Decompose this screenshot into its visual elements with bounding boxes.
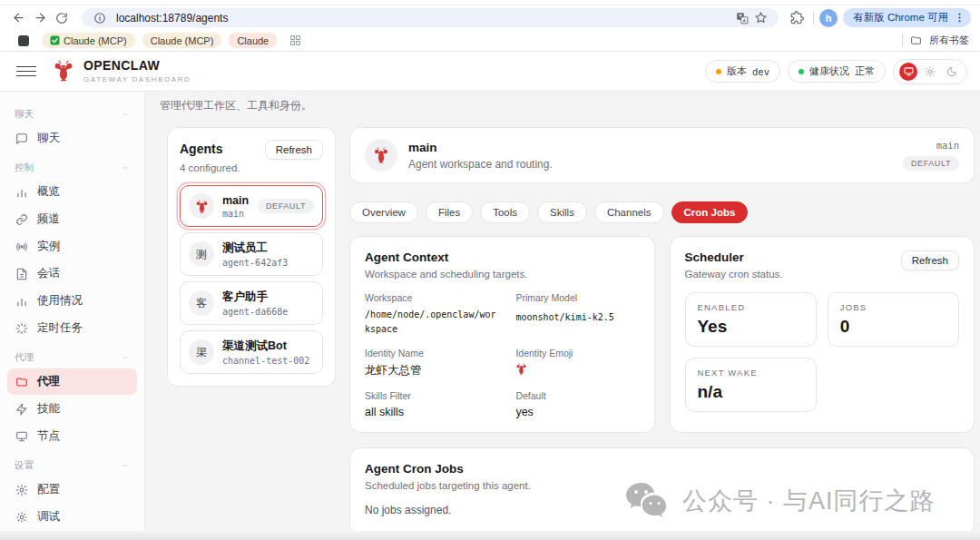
version-value: dev <box>752 66 769 77</box>
tab-overview[interactable]: Overview <box>349 201 418 223</box>
sidebar-item-chat[interactable]: 聊天 <box>7 125 137 152</box>
tab-cron-jobs[interactable]: Cron Jobs <box>671 201 749 223</box>
bookmark-star-icon[interactable] <box>751 10 769 26</box>
sidebar-section-settings: 设置 <box>0 450 144 476</box>
monitor-icon <box>15 430 28 443</box>
default-badge: DEFAULT <box>258 199 314 213</box>
collapse-icon[interactable] <box>121 461 130 470</box>
translate-icon[interactable] <box>733 10 751 26</box>
sidebar-item-cron-tasks[interactable]: 定时任务 <box>7 315 137 341</box>
detail-tabs: Overview Files Tools Skills Channels Cro… <box>349 201 975 223</box>
sun-icon <box>925 66 936 77</box>
lobster-logo-icon <box>53 60 74 82</box>
tab-tools[interactable]: Tools <box>480 201 530 223</box>
agent-list-item-customer-helper[interactable]: 客 客户助手 agent-da668e <box>180 281 323 325</box>
loader-icon <box>15 322 28 335</box>
tab-channels[interactable]: Channels <box>594 201 664 223</box>
collapse-icon[interactable] <box>121 163 130 172</box>
sidebar-item-config[interactable]: 配置 <box>7 476 137 503</box>
brand: OPENCLAW GATEWAY DASHBOARD <box>53 59 191 83</box>
extensions-icon[interactable] <box>786 8 808 28</box>
field-primary-model: Primary Model moonshot/kimi-k2.5 <box>515 292 639 336</box>
address-bar[interactable]: localhost:18789/agents <box>82 8 779 27</box>
agent-list-item-channel-test-bot[interactable]: 渠 渠道测试Bot channel-test-002 <box>180 330 323 374</box>
lobster-avatar-icon <box>365 139 397 172</box>
apps-grid-icon[interactable] <box>284 31 306 51</box>
field-default: Default yes <box>515 390 639 418</box>
agent-name: 客户助手 <box>222 290 288 305</box>
all-bookmarks-label[interactable]: 所有书签 <box>929 34 969 47</box>
context-title: Agent Context <box>365 250 640 264</box>
field-skills-filter: Skills Filter all skills <box>365 390 501 418</box>
profile-avatar[interactable]: h <box>819 9 838 27</box>
broadcast-icon <box>15 241 28 253</box>
bar-chart-icon <box>15 186 28 199</box>
reload-icon[interactable] <box>51 8 73 28</box>
agent-list-item-test-staff[interactable]: 测 测试员工 agent-642af3 <box>180 232 323 276</box>
version-label: 版本 <box>727 64 747 78</box>
agent-id: channel-test-002 <box>222 356 309 366</box>
folder-icon <box>15 376 28 388</box>
forward-icon[interactable] <box>29 8 51 28</box>
bookmark-label: Claude (MCP) <box>64 35 127 46</box>
sidebar-item-channels[interactable]: 频道 <box>7 206 137 232</box>
sidebar-item-skills[interactable]: 技能 <box>7 396 137 422</box>
bookmark-claude[interactable]: Claude <box>229 33 277 48</box>
cron-jobs-title: Agent Cron Jobs <box>365 462 959 476</box>
lobster-emoji-icon <box>515 363 639 375</box>
sidebar-item-overview[interactable]: 概览 <box>7 179 137 205</box>
agent-name: main <box>222 194 249 207</box>
menu-icon[interactable] <box>16 62 36 82</box>
field-identity-emoji: Identity Emoji <box>515 348 639 378</box>
kebab-menu-icon <box>954 12 965 24</box>
browser-toolbar: localhost:18789/agents h 有新版 Chrome 可用 <box>0 5 980 30</box>
agent-avatar: 客 <box>189 290 214 316</box>
sidebar-item-debug[interactable]: 调试 <box>7 504 137 530</box>
stat-jobs: JOBS 0 <box>828 292 959 347</box>
sidebar-section-control: 控制 <box>0 152 144 178</box>
agent-detail-header: main Agent workspace and routing. main D… <box>349 127 975 183</box>
scheduler-refresh-button[interactable]: Refresh <box>901 250 959 270</box>
agent-list-item-main[interactable]: main main DEFAULT <box>180 185 323 227</box>
agent-detail-description: Agent workspace and routing. <box>408 158 553 171</box>
file-icon <box>15 268 28 280</box>
tab-files[interactable]: Files <box>426 201 473 223</box>
check-icon <box>50 35 60 45</box>
app-subtitle: GATEWAY DASHBOARD <box>83 75 191 83</box>
agent-avatar: 渠 <box>189 339 214 365</box>
sidebar-item-sessions[interactable]: 会话 <box>7 260 137 287</box>
bookmark-claude-mcp-1[interactable]: Claude (MCP) <box>42 33 135 48</box>
cron-jobs-empty-text: No jobs assigned. <box>365 504 959 516</box>
agent-id: agent-642af3 <box>222 258 288 268</box>
chrome-update-label: 有新版 Chrome 可用 <box>853 11 948 25</box>
stat-enabled: ENABLED Yes <box>685 292 817 347</box>
sidebar-item-agents[interactable]: 代理 <box>7 368 137 395</box>
tab-skills[interactable]: Skills <box>537 201 587 223</box>
agents-count: 4 configured. <box>180 162 323 173</box>
main-content: 管理代理工作区、工具和身份。 Agents Refresh 4 configur… <box>145 92 980 540</box>
agent-id: main <box>222 209 249 219</box>
site-info-icon[interactable] <box>91 10 109 26</box>
cron-jobs-subtitle: Scheduled jobs targeting this agent. <box>365 480 959 491</box>
agents-panel: Agents Refresh 4 configured. main main <box>167 127 336 387</box>
collapse-icon[interactable] <box>121 353 130 362</box>
url-text[interactable]: localhost:18789/agents <box>116 12 733 25</box>
collapse-icon[interactable] <box>121 110 130 119</box>
sidebar-item-nodes[interactable]: 节点 <box>7 423 137 449</box>
agent-cron-jobs-card: Agent Cron Jobs Scheduled jobs targeting… <box>349 447 975 535</box>
agents-refresh-button[interactable]: Refresh <box>265 140 323 160</box>
agent-name: 测试员工 <box>222 241 288 256</box>
chrome-update-button[interactable]: 有新版 Chrome 可用 <box>843 8 971 27</box>
gear-icon <box>15 484 28 496</box>
bookmark-claude-mcp-2[interactable]: Claude (MCP) <box>142 33 222 48</box>
back-icon[interactable] <box>7 8 29 28</box>
pinned-favicon[interactable] <box>18 35 29 46</box>
debug-icon <box>15 511 28 524</box>
theme-dark-button[interactable] <box>943 63 961 81</box>
bookmarks-bar: Claude (MCP) Claude (MCP) Claude 所有书签 <box>0 30 980 52</box>
sidebar-item-instances[interactable]: 实例 <box>7 233 137 260</box>
sidebar-item-usage[interactable]: 使用情况 <box>7 288 137 314</box>
theme-system-button[interactable] <box>899 63 917 81</box>
toolbar-divider <box>813 11 814 25</box>
theme-light-button[interactable] <box>921 63 939 81</box>
